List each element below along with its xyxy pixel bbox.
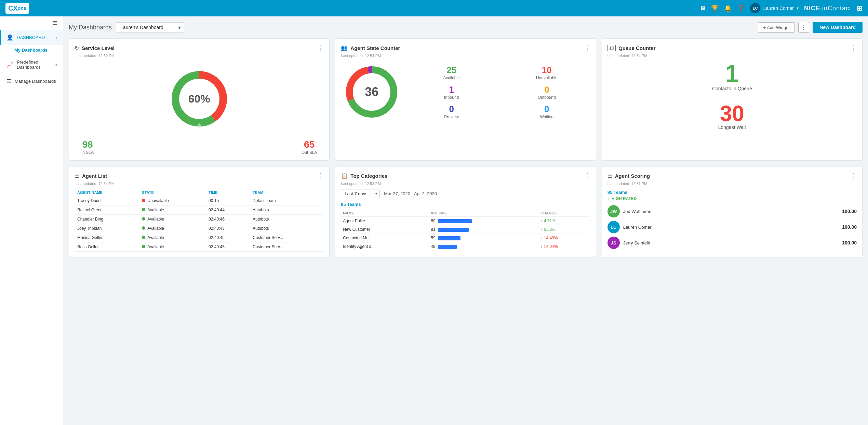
user-menu[interactable]: LC Lauren Comer ▾	[750, 3, 799, 13]
waiting-value: 0	[503, 104, 590, 115]
agent-list-header: ☰ Agent List ⋮	[75, 172, 324, 180]
agent-scoring-widget: ☰ Agent Scoring ⋮ Last updated: 12:51 PM…	[602, 166, 863, 257]
top-cat-filter-row: Last 7 days Last 30 days Custom ▾ Mar 27…	[341, 189, 590, 198]
sidebar-toggle[interactable]: ☰	[0, 16, 63, 30]
agent-total-label: 36	[365, 85, 378, 99]
table-row: Contacted Multi... 59 14.49%	[341, 234, 590, 242]
sidebar-item-manage[interactable]: ☰ Manage Dashboards	[0, 74, 63, 89]
monitor-icon[interactable]: 🖥	[699, 5, 706, 12]
unavailable-label: Unavailable	[503, 76, 590, 80]
trophy-icon[interactable]: 🏆	[711, 4, 719, 12]
agent-avatar: JW	[607, 205, 620, 217]
contacts-in-queue-section: 1 Contacts In Queue	[712, 61, 752, 91]
agent-state-icon: 👥	[341, 45, 348, 51]
dashboard-dropdown[interactable]: Lauren's Dashboard Default Dashboard Ope…	[116, 22, 184, 32]
grid-icon[interactable]: ⊞	[857, 4, 863, 12]
top-categories-header: 📋 Top Categories ⋮	[341, 172, 590, 180]
top-navigation: CX one 🖥 🏆 🔔 ❓ LC Lauren Comer ▾ NICE·in…	[0, 0, 868, 16]
list-item: JS Jerry Seinfeld 100.00	[607, 237, 857, 249]
contacts-in-queue-value: 1	[712, 61, 752, 86]
waiting-label: Waiting	[503, 115, 590, 119]
agent-stats-grid: 25 Available 10 Unavailable 1 Inbound 0 …	[408, 65, 590, 119]
queue-divider	[632, 97, 832, 97]
longest-wait-label: Longest Wait	[718, 124, 746, 130]
agent-time-cell: 02:40:45	[206, 242, 250, 252]
agent-stat-inbound: 1 Inbound	[408, 84, 495, 100]
preview-label: Preview	[408, 115, 495, 119]
top-cat-teams-link[interactable]: 95 Teams	[341, 202, 361, 207]
longest-wait-section: 30 Longest Wait	[718, 103, 746, 130]
agent-list-body: AGENT NAME STATE TIME TEAM Tracey Dodd U…	[75, 189, 324, 252]
agent-scoring-body: 95 Teams ↑ HIGH RATED JW Jed Woffinden 1…	[607, 189, 857, 249]
agent-state-cell: Unavailable	[139, 196, 206, 205]
service-level-title-row: ↻ Service Level	[75, 45, 115, 51]
categories-table: NAME VOLUME ↓ CHANGE Agent Polite 89 4.7…	[341, 210, 590, 251]
main-content: My Dashboards Lauren's Dashboard Default…	[63, 16, 868, 425]
top-categories-title: Top Categories	[350, 173, 387, 179]
agent-state-menu-icon[interactable]: ⋮	[584, 44, 590, 52]
agent-scoring-updated: Last updated: 12:51 PM	[607, 182, 857, 186]
col-agent-name: AGENT NAME	[75, 189, 139, 196]
agent-time-cell: 02:40:45	[206, 233, 250, 242]
manage-icon: ☰	[6, 78, 11, 84]
dashboard-selector: Lauren's Dashboard Default Dashboard Ope…	[116, 22, 184, 32]
menu-hamburger-icon: ☰	[53, 20, 57, 26]
queue-counter-widget: 10 Queue Counter ⋮ Last updated: 12:54 P…	[602, 38, 863, 161]
help-icon[interactable]: ❓	[737, 4, 745, 12]
cat-name-cell: Contacted Multi...	[341, 234, 429, 242]
service-level-percent-label: 60%	[188, 93, 210, 105]
agent-name-cell: Rachel Green	[75, 205, 139, 215]
agent-name-cell: Joey Tribbiani	[75, 224, 139, 233]
table-row: Tracey Dodd Unavailable 00:15 DefaultTea…	[75, 196, 324, 205]
top-categories-body: Last 7 days Last 30 days Custom ▾ Mar 27…	[341, 189, 590, 251]
queue-counter-icon: 10	[607, 45, 616, 51]
agent-team-cell: Customer Serv...	[250, 233, 324, 242]
high-rated-label: HIGH RATED	[612, 196, 637, 201]
inbound-value: 1	[408, 84, 495, 95]
new-dashboard-button[interactable]: New Dashboard	[813, 22, 863, 33]
agent-score: 100.00	[842, 240, 857, 245]
agent-scoring-title-row: ☰ Agent Scoring	[607, 173, 650, 179]
top-categories-updated: Last updated: 12:53 PM	[341, 182, 590, 186]
cat-col-change: CHANGE	[538, 210, 590, 217]
scoring-teams-link[interactable]: 95 Teams	[607, 190, 627, 195]
date-filter-dropdown[interactable]: Last 7 days Last 30 days Custom	[341, 189, 380, 198]
agent-state-cell: Available	[139, 224, 206, 233]
col-state: STATE	[139, 189, 206, 196]
logo-text: CX	[8, 4, 18, 12]
agent-list-updated: Last updated: 12:54 PM	[75, 182, 324, 186]
agent-stat-outbound: 0 Outbound	[503, 84, 590, 100]
cat-change-cell: 14.49%	[538, 234, 590, 242]
service-level-icon: ↻	[75, 45, 79, 51]
state-dot-icon	[142, 236, 145, 239]
predefined-icon: 📈	[6, 62, 13, 68]
add-widget-button[interactable]: + Add Widget	[758, 22, 795, 33]
predefined-label: Predefined Dashboards	[17, 59, 52, 70]
state-dot-icon	[142, 208, 145, 211]
sidebar-submenu-my-dashboards: My Dashboards	[0, 45, 63, 55]
top-categories-menu-icon[interactable]: ⋮	[584, 172, 590, 180]
sidebar-item-predefined[interactable]: 📈 Predefined Dashboards ▾	[0, 55, 63, 74]
sidebar-item-my-dashboards[interactable]: My Dashboards	[14, 45, 63, 55]
in-sla-label: In SLA	[81, 150, 94, 155]
volume-bar	[438, 236, 460, 240]
agent-state-donut: 36	[341, 61, 402, 123]
nice-logo: NICE·inContact	[804, 5, 851, 12]
agent-scoring-menu-icon[interactable]: ⋮	[851, 172, 857, 180]
cat-volume-cell: 81	[429, 225, 538, 234]
list-item: JW Jed Woffinden 100.00	[607, 205, 857, 217]
high-rated-badge: ↑ HIGH RATED	[607, 196, 857, 201]
agent-list-menu-icon[interactable]: ⋮	[318, 172, 324, 180]
bell-icon[interactable]: 🔔	[724, 4, 732, 12]
volume-bar	[438, 245, 457, 249]
service-level-percent: 60%	[188, 93, 210, 105]
volume-bar	[438, 228, 469, 232]
service-level-menu-icon[interactable]: ⋮	[318, 44, 324, 52]
top-categories-icon: 📋	[341, 173, 348, 179]
state-dot-icon	[142, 245, 145, 248]
more-options-button[interactable]: ⋮	[798, 22, 809, 33]
queue-counter-menu-icon[interactable]: ⋮	[851, 44, 857, 52]
agent-scoring-header: ☰ Agent Scoring ⋮	[607, 172, 857, 180]
sidebar-item-dashboard[interactable]: 👤 DASHBOARD ›	[0, 30, 63, 45]
agent-list-title: Agent List	[82, 173, 107, 179]
